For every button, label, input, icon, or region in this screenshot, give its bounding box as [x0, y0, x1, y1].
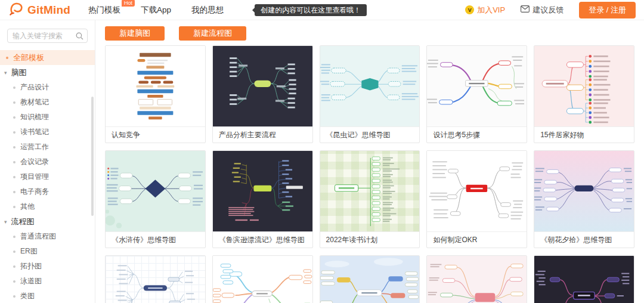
template-grid: 认知竞争: [105, 45, 634, 303]
template-thumbnail: [213, 256, 312, 303]
join-vip-button[interactable]: V 加入VIP: [465, 5, 505, 16]
template-title: 《昆虫记》思维导图: [320, 126, 420, 143]
bullet-dot: [13, 295, 16, 298]
template-title: 15件居家好物: [534, 126, 634, 143]
bullet-dot: [13, 116, 16, 119]
template-thumbnail: [320, 46, 420, 126]
bullet-dot: [13, 206, 16, 208]
template-card[interactable]: [105, 255, 206, 303]
template-card[interactable]: [212, 255, 313, 303]
template-title: 《朝花夕拾》思维导图: [534, 231, 634, 248]
sidebar: 全部模板 ▾ 脑图 产品设计 教材笔记 知识梳理 读书笔记 运营工作 会议记录 …: [0, 20, 95, 303]
nav-my-ideas[interactable]: 我的思想: [191, 5, 224, 16]
sidebar-group-flowchart[interactable]: ▾ 流程图: [0, 214, 95, 229]
main-nav: 热门模板 Hot 下载App 我的思想 创建的内容可以在这里查看哦！: [88, 4, 367, 16]
bullet-dot: [13, 101, 16, 104]
template-thumbnail: [213, 46, 312, 126]
sidebar-item-er-diagram[interactable]: ER图: [0, 244, 95, 259]
bullet-dot: [13, 191, 16, 193]
sidebar-item-other[interactable]: 其他: [0, 199, 95, 214]
bullet-dot: [13, 161, 16, 163]
template-card[interactable]: 如何制定OKR: [426, 150, 527, 248]
template-card[interactable]: 《水浒传》思维导图: [105, 150, 206, 248]
sidebar-item-basic-flowchart[interactable]: 普通流程图: [0, 229, 95, 244]
template-title: 认知竞争: [106, 126, 205, 143]
template-thumbnail: [534, 46, 634, 126]
feedback-button[interactable]: 建议反馈: [521, 5, 564, 16]
bullet-dot: [13, 265, 16, 268]
template-thumbnail: [320, 256, 420, 303]
gitmind-logo[interactable]: GitMind: [8, 1, 70, 19]
chevron-down-icon: ▾: [4, 219, 7, 225]
template-thumbnail: [427, 151, 527, 231]
sidebar-item-ecommerce[interactable]: 电子商务: [0, 184, 95, 199]
sidebar-item-all-templates[interactable]: 全部模板: [0, 50, 95, 65]
template-card[interactable]: 15件居家好物: [534, 45, 634, 143]
template-card[interactable]: [320, 255, 420, 303]
template-card[interactable]: 设计思考5步骤: [426, 45, 527, 143]
sidebar-item-knowledge[interactable]: 知识梳理: [0, 110, 95, 125]
create-toolbar: 新建脑图 新建流程图: [105, 26, 634, 41]
sidebar-group-mindmap[interactable]: ▾ 脑图: [0, 65, 95, 80]
search-icon[interactable]: [76, 32, 83, 42]
sidebar-item-operations[interactable]: 运营工作: [0, 140, 95, 154]
template-title: 《水浒传》思维导图: [106, 231, 205, 248]
bullet-dot: [13, 176, 16, 178]
template-thumbnail: [427, 256, 527, 303]
template-card[interactable]: [534, 255, 634, 303]
template-category-list: 全部模板 ▾ 脑图 产品设计 教材笔记 知识梳理 读书笔记 运营工作 会议记录 …: [0, 50, 95, 303]
vip-icon: V: [465, 5, 474, 14]
bullet-dot: [13, 86, 16, 89]
bullet-dot: [13, 146, 16, 149]
template-thumbnail: [534, 151, 634, 231]
sidebar-search: [7, 29, 88, 43]
template-card[interactable]: 《昆虫记》思维导图: [320, 45, 420, 143]
sidebar-item-project-management[interactable]: 项目管理: [0, 169, 95, 184]
template-thumbnail: [320, 151, 420, 231]
bullet-dot: [6, 57, 8, 59]
header-right: V 加入VIP 建议反馈 登录 / 注册: [465, 2, 636, 18]
my-ideas-tooltip: 创建的内容可以在这里查看哦！: [255, 4, 367, 16]
top-navbar: GitMind 热门模板 Hot 下载App 我的思想 创建的内容可以在这里查看…: [0, 0, 644, 20]
sidebar-item-textbook-notes[interactable]: 教材笔记: [0, 95, 95, 110]
app-window: GitMind 热门模板 Hot 下载App 我的思想 创建的内容可以在这里查看…: [0, 0, 644, 303]
template-title: 设计思考5步骤: [427, 126, 527, 143]
template-title: 如何制定OKR: [427, 231, 527, 248]
sidebar-item-meeting-minutes[interactable]: 会议记录: [0, 154, 95, 169]
main-content: 新建脑图 新建流程图: [95, 20, 644, 303]
bullet-dot: [13, 131, 16, 134]
hot-badge: Hot: [122, 0, 135, 7]
bullet-dot: [13, 236, 16, 238]
template-thumbnail: [106, 151, 205, 231]
template-thumbnail: [427, 46, 527, 126]
gitmind-logo-icon: [8, 1, 24, 19]
template-card[interactable]: 产品分析主要流程: [212, 45, 313, 143]
template-card[interactable]: 认知竞争: [105, 45, 206, 143]
template-thumbnail: [106, 46, 205, 126]
login-register-button[interactable]: 登录 / 注册: [579, 2, 636, 18]
new-mindmap-button[interactable]: 新建脑图: [105, 26, 165, 41]
template-thumbnail: [106, 256, 205, 303]
new-flowchart-button[interactable]: 新建流程图: [179, 26, 246, 41]
sidebar-item-swimlane[interactable]: 泳道图: [0, 274, 95, 289]
nav-download-app[interactable]: 下载App: [141, 5, 171, 16]
template-card[interactable]: 《朝花夕拾》思维导图: [534, 150, 634, 248]
bullet-dot: [13, 251, 16, 253]
nav-hot-templates[interactable]: 热门模板 Hot: [88, 5, 120, 16]
template-title: 《鲁滨逊漂流记》思维导图: [213, 231, 312, 248]
template-thumbnail: [534, 256, 634, 303]
template-title: 产品分析主要流程: [213, 126, 312, 143]
sidebar-item-reading-notes[interactable]: 读书笔记: [0, 125, 95, 140]
sidebar-scrollbar[interactable]: [91, 97, 94, 216]
template-card[interactable]: 2022年读书计划: [320, 150, 420, 248]
bullet-dot: [13, 280, 16, 283]
template-title: 2022年读书计划: [320, 231, 420, 248]
sidebar-item-topology[interactable]: 拓扑图: [0, 259, 95, 274]
chevron-down-icon: ▾: [4, 70, 7, 76]
sidebar-item-class-diagram[interactable]: 类图: [0, 289, 95, 303]
template-card[interactable]: 《鲁滨逊漂流记》思维导图: [212, 150, 313, 248]
sidebar-item-product-design[interactable]: 产品设计: [0, 80, 95, 95]
template-thumbnail: [213, 151, 312, 231]
template-card[interactable]: [426, 255, 527, 303]
gitmind-logo-text: GitMind: [27, 4, 70, 17]
